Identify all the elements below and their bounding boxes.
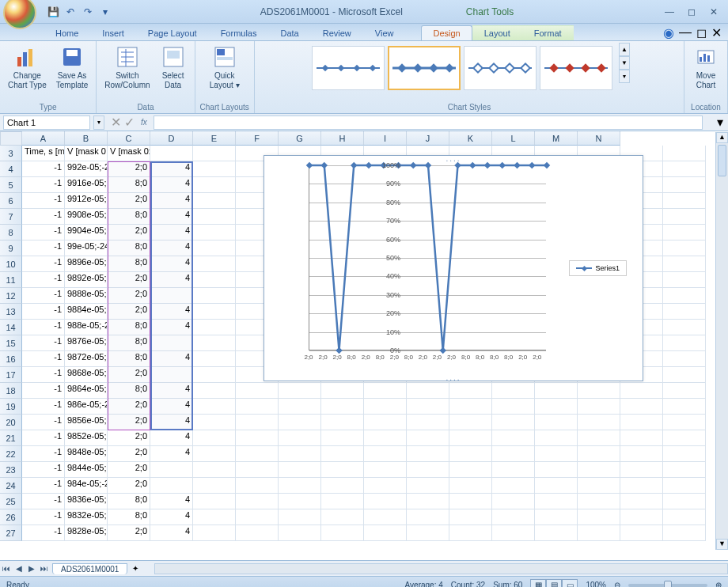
cell[interactable]: -1 — [22, 272, 65, 288]
cell[interactable] — [279, 478, 321, 494]
cell[interactable] — [321, 415, 364, 430]
cell[interactable] — [321, 462, 364, 478]
change-chart-type-button[interactable]: Change Chart Type — [5, 43, 50, 92]
cell[interactable]: -1 — [22, 161, 65, 177]
tab-page-layout[interactable]: Page Layout — [136, 25, 209, 40]
help-icon[interactable]: ◉ — [663, 25, 674, 40]
cell[interactable] — [492, 494, 535, 509]
cell[interactable]: 9884e-05; — [65, 304, 108, 320]
restore-workbook-icon[interactable]: ◻ — [696, 25, 707, 40]
gallery-down-icon[interactable]: ▼ — [619, 56, 630, 70]
row-header[interactable]: 14 — [0, 320, 22, 335]
fx-enter-icon[interactable]: ✓ — [124, 115, 135, 130]
cell[interactable] — [535, 525, 578, 541]
row-header[interactable]: 15 — [0, 335, 22, 351]
cell[interactable] — [279, 430, 321, 446]
cell[interactable] — [449, 415, 492, 430]
cell[interactable]: 4 — [150, 225, 193, 240]
row-header[interactable]: 18 — [0, 383, 22, 399]
cell[interactable] — [578, 415, 620, 430]
cell[interactable]: 8;0 — [108, 209, 150, 225]
cell[interactable] — [150, 146, 193, 161]
cell[interactable] — [407, 399, 449, 415]
cell[interactable]: V [mask 0x00000001]" — [108, 146, 150, 161]
row-header[interactable]: 24 — [0, 478, 22, 494]
save-as-template-button[interactable]: Save As Template — [53, 43, 92, 92]
cell[interactable] — [279, 446, 321, 462]
worksheet-grid[interactable]: ABCDEFGHIJKLMN 3Time, s [mV [mask 0V [ma… — [0, 131, 728, 560]
cell[interactable]: 4 — [150, 161, 193, 177]
cell[interactable] — [663, 272, 706, 288]
cell[interactable]: 4 — [150, 320, 193, 335]
cell[interactable]: 4 — [150, 525, 193, 541]
row-header[interactable]: 9 — [0, 240, 22, 256]
fx-icon[interactable]: fx — [141, 118, 147, 127]
cell[interactable] — [150, 288, 193, 304]
cell[interactable]: 2;0 — [108, 430, 150, 446]
cell[interactable] — [663, 335, 706, 351]
row-header[interactable]: 10 — [0, 256, 22, 272]
cell[interactable]: 2;0 — [108, 272, 150, 288]
row-header[interactable]: 16 — [0, 351, 22, 367]
cell[interactable]: -1 — [22, 415, 65, 430]
chart-style-4[interactable] — [540, 46, 612, 90]
cell[interactable] — [193, 415, 236, 430]
column-header[interactable]: F — [236, 131, 279, 146]
sheet-first-icon[interactable]: ⏮ — [0, 564, 13, 573]
cell[interactable] — [492, 415, 535, 430]
cell[interactable]: 8;0 — [108, 177, 150, 193]
close-button[interactable]: ✕ — [706, 5, 722, 19]
cell[interactable] — [193, 509, 236, 525]
cell[interactable] — [620, 525, 663, 541]
cell[interactable] — [193, 494, 236, 509]
cell[interactable]: 4 — [150, 494, 193, 509]
cell[interactable] — [193, 478, 236, 494]
cell[interactable] — [535, 430, 578, 446]
cell[interactable] — [449, 446, 492, 462]
cell[interactable]: 9848e-05; — [65, 446, 108, 462]
cell[interactable]: 4 — [150, 509, 193, 525]
cell[interactable]: 9836e-05; — [65, 494, 108, 509]
cell[interactable] — [663, 209, 706, 225]
cell[interactable] — [236, 446, 279, 462]
row-header[interactable]: 4 — [0, 161, 22, 177]
embedded-chart[interactable]: 2;02;02;08;02;08;02;08;02;02;02;08;08;08… — [264, 155, 643, 381]
cell[interactable] — [236, 494, 279, 509]
cell[interactable] — [449, 430, 492, 446]
cell[interactable]: 8;0 — [108, 509, 150, 525]
cell[interactable] — [535, 494, 578, 509]
tab-review[interactable]: Review — [311, 25, 363, 40]
cell[interactable] — [535, 446, 578, 462]
row-header[interactable]: 22 — [0, 446, 22, 462]
redo-icon[interactable]: ↷ — [81, 5, 95, 19]
formula-input[interactable] — [154, 116, 703, 130]
cell[interactable] — [279, 399, 321, 415]
cell[interactable] — [364, 462, 407, 478]
row-header[interactable]: 17 — [0, 367, 22, 383]
cell[interactable] — [492, 399, 535, 415]
cell[interactable] — [321, 478, 364, 494]
row-header[interactable]: 26 — [0, 509, 22, 525]
cell[interactable]: 2;0 — [108, 399, 150, 415]
zoom-level[interactable]: 100% — [586, 581, 606, 587]
cell[interactable] — [193, 256, 236, 272]
cell[interactable]: 992e-05;-2 — [65, 161, 108, 177]
cell[interactable] — [663, 256, 706, 272]
cell[interactable]: 8;0 — [108, 256, 150, 272]
column-header[interactable]: J — [407, 131, 449, 146]
cell[interactable]: -1 — [22, 193, 65, 209]
cell[interactable] — [578, 446, 620, 462]
cell[interactable] — [279, 494, 321, 509]
cell[interactable]: 9828e-05;- — [65, 525, 108, 541]
cell[interactable]: V [mask 0 — [65, 146, 108, 161]
gallery-more-icon[interactable]: ▾ — [619, 70, 630, 83]
tab-layout[interactable]: Layout — [472, 25, 522, 40]
cell[interactable] — [663, 225, 706, 240]
cell[interactable]: -1 — [22, 478, 65, 494]
cell[interactable]: -1 — [22, 399, 65, 415]
cell[interactable]: -1 — [22, 225, 65, 240]
cell[interactable] — [407, 430, 449, 446]
cell[interactable] — [150, 462, 193, 478]
minimize-button[interactable]: — — [662, 5, 677, 19]
cell[interactable] — [620, 478, 663, 494]
